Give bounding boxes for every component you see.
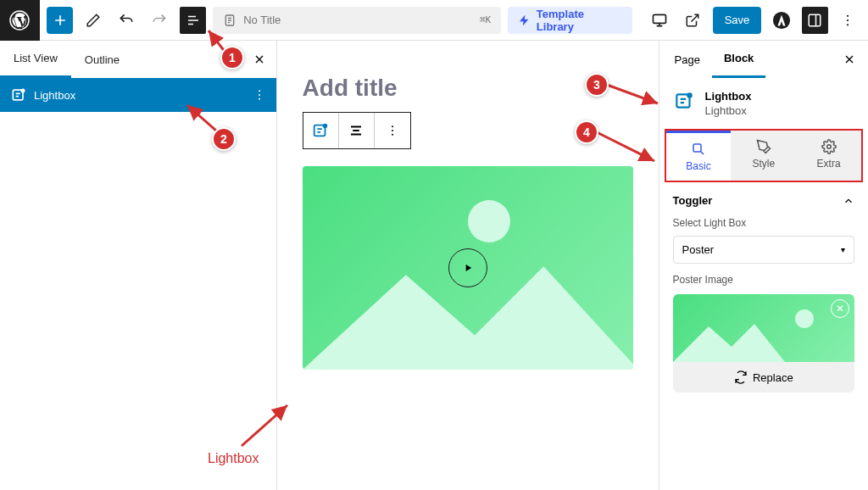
document-title: No Title xyxy=(243,14,281,26)
basic-icon xyxy=(691,142,706,157)
poster-preview: ✕ Replace xyxy=(673,294,854,393)
svg-point-21 xyxy=(826,145,831,149)
select-lightbox-dropdown[interactable]: Poster ▾ xyxy=(673,236,854,264)
mode-tab-extra[interactable]: Extra xyxy=(796,131,861,181)
tab-page[interactable]: Page xyxy=(663,41,712,78)
svg-point-7 xyxy=(847,24,849,25)
astra-button[interactable] xyxy=(768,7,794,34)
svg-point-19 xyxy=(687,92,693,98)
list-item-lightbox[interactable]: Lightbox xyxy=(0,78,276,112)
save-button[interactable]: Save xyxy=(713,7,762,34)
list-item-more-button[interactable] xyxy=(253,88,266,102)
callout-3: 3 xyxy=(585,73,609,97)
tab-block[interactable]: Block xyxy=(712,41,765,78)
svg-rect-2 xyxy=(653,14,665,23)
block-settings-panel: Page Block Lightbox Lightbox Basic Style xyxy=(659,41,868,490)
settings-mode-tabs: Basic Style Extra xyxy=(665,129,863,182)
tab-outline[interactable]: Outline xyxy=(71,41,133,78)
chevron-up-icon xyxy=(843,195,854,207)
page-icon xyxy=(223,14,236,27)
extra-icon xyxy=(821,139,837,154)
wordpress-logo[interactable] xyxy=(0,0,40,41)
block-type-button[interactable] xyxy=(303,113,339,148)
redo-button[interactable] xyxy=(147,7,173,34)
mode-tab-basic[interactable]: Basic xyxy=(666,131,732,181)
lightbox-icon xyxy=(673,90,695,112)
svg-point-16 xyxy=(392,130,393,131)
document-title-bar[interactable]: No Title ⌘K xyxy=(213,7,501,34)
list-view-panel: List View Outline Lightbox xyxy=(0,41,277,490)
block-info: Lightbox Lightbox xyxy=(659,78,868,129)
template-icon xyxy=(518,14,531,27)
block-toolbar xyxy=(303,112,411,149)
svg-point-11 xyxy=(259,94,260,96)
svg-point-15 xyxy=(392,125,393,127)
svg-point-17 xyxy=(392,134,393,136)
block-more-button[interactable] xyxy=(375,113,410,148)
poster-image-label: Poster Image xyxy=(673,274,854,286)
svg-rect-20 xyxy=(693,144,701,152)
svg-point-12 xyxy=(259,98,260,100)
svg-point-14 xyxy=(323,124,328,129)
page-title-placeholder[interactable]: Add title xyxy=(303,75,633,102)
editor-toolbar: No Title ⌘K Template Library Save xyxy=(0,0,868,41)
template-library-button[interactable]: Template Library xyxy=(508,7,632,34)
style-icon xyxy=(756,139,771,154)
close-list-view-button[interactable] xyxy=(242,53,276,66)
settings-panel-button[interactable] xyxy=(802,7,828,34)
align-button[interactable] xyxy=(339,113,375,148)
replace-icon xyxy=(734,370,748,384)
more-options-button[interactable] xyxy=(835,7,861,34)
lightbox-preview[interactable] xyxy=(303,166,633,370)
svg-point-10 xyxy=(259,90,260,92)
callout-4: 4 xyxy=(575,120,598,144)
callout-1: 1 xyxy=(220,46,244,70)
list-view-button[interactable] xyxy=(180,7,206,34)
select-lightbox-label: Select Light Box xyxy=(673,217,854,229)
play-icon xyxy=(448,248,487,287)
svg-point-9 xyxy=(21,89,25,93)
preview-desktop-button[interactable] xyxy=(646,7,672,34)
svg-point-6 xyxy=(847,19,849,20)
lightbox-icon xyxy=(10,86,27,103)
external-link-button[interactable] xyxy=(679,7,705,34)
remove-poster-button[interactable]: ✕ xyxy=(831,299,849,318)
tab-list-view[interactable]: List View xyxy=(0,41,71,78)
section-toggler[interactable]: Toggler xyxy=(673,194,854,207)
mode-tab-style[interactable]: Style xyxy=(731,131,796,181)
replace-poster-button[interactable]: Replace xyxy=(673,362,854,393)
block-name: Lightbox xyxy=(705,90,752,103)
annotation-lightbox-label: Lightbox xyxy=(208,451,259,466)
add-block-button[interactable] xyxy=(47,7,73,34)
svg-point-5 xyxy=(847,14,849,16)
keyboard-hint: ⌘K xyxy=(480,14,491,25)
svg-rect-4 xyxy=(809,14,821,26)
block-description: Lightbox xyxy=(705,104,752,117)
undo-button[interactable] xyxy=(113,7,139,34)
editor-canvas[interactable]: Add title xyxy=(277,41,659,490)
chevron-down-icon: ▾ xyxy=(841,245,845,254)
callout-2: 2 xyxy=(212,127,236,151)
edit-tool-button[interactable] xyxy=(80,7,106,34)
close-settings-button[interactable] xyxy=(834,53,865,66)
